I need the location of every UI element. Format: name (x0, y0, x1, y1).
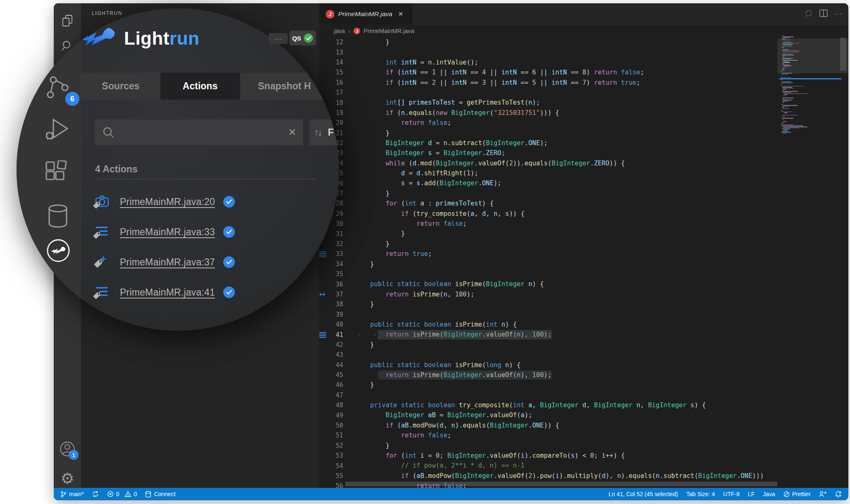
code-line[interactable]: 55 if (aB.modPow(BigInteger.valueOf(2).p… (319, 471, 848, 481)
code-line[interactable]: 42 } (319, 340, 848, 350)
code-line[interactable]: 23 BigInteger s = BigInteger.ZERO; (319, 148, 848, 158)
more-actions-icon[interactable]: ··· (834, 10, 843, 18)
sort-icon[interactable]: ↑↓ (314, 127, 321, 138)
code-line[interactable]: 21 } (319, 128, 848, 138)
code-line[interactable]: 14 int intN = n.intValue(); (319, 57, 848, 67)
code-line[interactable]: ++37 return isPrime(n, 100); (319, 289, 848, 299)
code-line[interactable]: 54 // if pow(a, 2**i * d, n) == n-1 (319, 461, 848, 471)
horizontal-scrollbar[interactable] (345, 482, 777, 486)
sidebar-extensions-icon[interactable] (44, 160, 68, 186)
code-line[interactable]: 33 return true; (319, 249, 848, 259)
gutter[interactable] (319, 332, 329, 338)
action-link[interactable]: PrimeMainMR.java:37 (120, 257, 215, 268)
tab-size-indicator[interactable]: Tab Size: 4 (686, 491, 715, 497)
branch-indicator[interactable]: main* (60, 491, 84, 498)
tab-close-icon[interactable]: ✕ (398, 10, 404, 18)
gutter[interactable]: ++ (319, 291, 329, 298)
explorer-icon[interactable] (54, 14, 81, 27)
code-line[interactable]: 43 (319, 350, 848, 360)
action-link[interactable]: PrimeMainMR.java:20 (120, 196, 215, 208)
gutter[interactable] (319, 251, 329, 257)
settings-gear-icon[interactable]: ⚙ (54, 470, 81, 487)
code-line[interactable]: 16 if (intN == 2 || intN == 3 || intN ==… (319, 78, 848, 88)
language-indicator[interactable]: Java (763, 491, 775, 497)
code-line[interactable]: 38 } (319, 299, 848, 309)
sync-icon[interactable] (92, 491, 99, 497)
action-row[interactable]: +PrimeMainMR.java:37 (94, 254, 268, 270)
tab-sources[interactable]: Sources (81, 73, 160, 100)
search-input[interactable] (119, 127, 288, 138)
code-line[interactable]: 44 public static boolean isPrime(long n)… (319, 360, 848, 370)
code-line[interactable]: 41 return isPrime(BigInteger.valueOf(n),… (319, 330, 848, 339)
cursor-position[interactable]: Ln 41, Col 52 (45 selected) (609, 491, 678, 497)
actions-search-box[interactable]: ✕ (95, 119, 303, 145)
breadcrumb[interactable]: java › J PrimeMainMR.java (319, 25, 848, 37)
qs-agent-badge[interactable]: QS (289, 31, 316, 45)
notifications-bell-icon[interactable] (835, 491, 842, 498)
line-number: 13 (329, 49, 343, 56)
sidebar-database-icon[interactable] (47, 204, 69, 230)
code-line[interactable]: 31 } (319, 229, 848, 239)
action-row[interactable]: PrimeMainMR.java:33 (94, 224, 268, 240)
code-line[interactable]: 49 BigInteger aB = BigInteger.valueOf(a)… (319, 410, 848, 420)
vertical-scrollbar[interactable] (840, 38, 846, 71)
code-line[interactable]: 18 int[] primesToTest = getPrimesToTest(… (319, 98, 848, 107)
code-line[interactable]: 40 public static boolean isPrime(int n) … (319, 320, 848, 330)
feedback-icon[interactable] (819, 491, 826, 497)
code-line[interactable]: 46 } (319, 380, 848, 390)
action-row[interactable]: PrimeMainMR.java:41 (94, 284, 268, 301)
action-link[interactable]: PrimeMainMR.java:41 (120, 287, 215, 298)
action-link[interactable]: PrimeMainMR.java:33 (120, 227, 215, 238)
panel-more-actions-button[interactable]: ··· (269, 33, 288, 44)
filter-label[interactable]: F (328, 127, 334, 138)
split-editor-icon[interactable] (819, 10, 828, 19)
breadcrumb-folder[interactable]: java (334, 28, 345, 34)
eol-indicator[interactable]: LF (748, 491, 754, 497)
breadcrumb-file[interactable]: PrimeMainMR.java (363, 28, 414, 34)
code-line[interactable]: 32 } (319, 239, 848, 249)
code-line[interactable]: 12 } (319, 37, 848, 47)
code-line[interactable]: 17 (319, 88, 848, 98)
code-line[interactable]: 48 private static boolean try_composite(… (319, 400, 848, 410)
code-line[interactable]: 39 (319, 310, 848, 320)
code-line[interactable]: 35 (319, 269, 848, 279)
account-icon[interactable]: 1 (54, 441, 81, 457)
sync-changes-icon[interactable] (805, 9, 813, 19)
code-line[interactable]: 30 return false; (319, 219, 848, 229)
minimap-selection-marker (779, 78, 841, 79)
code-line[interactable]: 45 return isPrime(BigInteger.valueOf(n),… (319, 370, 848, 380)
minimap-slider[interactable] (777, 38, 848, 73)
code-line[interactable]: 13 (319, 47, 848, 57)
code-line[interactable]: 26 s = s.add(BigInteger.ONE); (319, 178, 848, 188)
code-line[interactable]: 34 } (319, 259, 848, 269)
code-line[interactable]: 47 (319, 390, 848, 400)
sidebar-lightrun-icon[interactable] (46, 238, 71, 265)
sidebar-source-control-icon[interactable]: 6 (46, 75, 69, 101)
code-text: s = s.add(BigInteger.ONE); (355, 178, 501, 188)
code-line[interactable]: 36 public static boolean isPrime(BigInte… (319, 279, 848, 289)
code-line[interactable]: 20 return false; (319, 118, 848, 128)
sidebar-run-debug-icon[interactable] (44, 116, 70, 143)
code-line[interactable]: 22 BigInteger d = n.subtract(BigInteger.… (319, 138, 848, 148)
clear-search-icon[interactable]: ✕ (288, 127, 296, 138)
code-line[interactable]: 52 } (319, 441, 848, 451)
code-line[interactable]: 27 } (319, 189, 848, 198)
connect-button[interactable]: Connect (145, 491, 175, 498)
code-line[interactable]: 50 if (aB.modPow(d, n).equals(BigInteger… (319, 420, 848, 430)
code-line[interactable]: 19 if (n.equals(new BigInteger("32150317… (319, 108, 848, 118)
code-line[interactable]: 15 if (intN == 1 || intN == 4 || intN ==… (319, 67, 848, 77)
line-number: 45 (329, 371, 343, 379)
code-line[interactable]: 24 while (d.mod(BigInteger.valueOf(2)).e… (319, 158, 848, 168)
code-line[interactable]: 28 for (int a : primesToTest) { (319, 198, 848, 208)
tab-primemainmr[interactable]: J PrimeMainMR.java ✕ (319, 3, 413, 25)
code-line[interactable]: 53 for (int i = 0; BigInteger.valueOf(i)… (319, 451, 848, 461)
formatter-indicator[interactable]: Prettier (783, 491, 811, 497)
code-line[interactable]: 25 d = d.shiftRight(1); (319, 168, 848, 178)
code-line[interactable]: 51 return false; (319, 430, 848, 440)
problems-indicator[interactable]: 0 0 (107, 491, 137, 497)
action-row[interactable]: PrimeMainMR.java:20 (94, 193, 268, 210)
tab-actions[interactable]: Actions (160, 73, 240, 100)
code-editor[interactable]: 12 }1314 int intN = n.intValue();15 if (… (319, 37, 848, 488)
code-line[interactable]: 29 if (try_composite(a, d, n, s)) { (319, 209, 848, 219)
encoding-indicator[interactable]: UTF-8 (723, 491, 740, 497)
